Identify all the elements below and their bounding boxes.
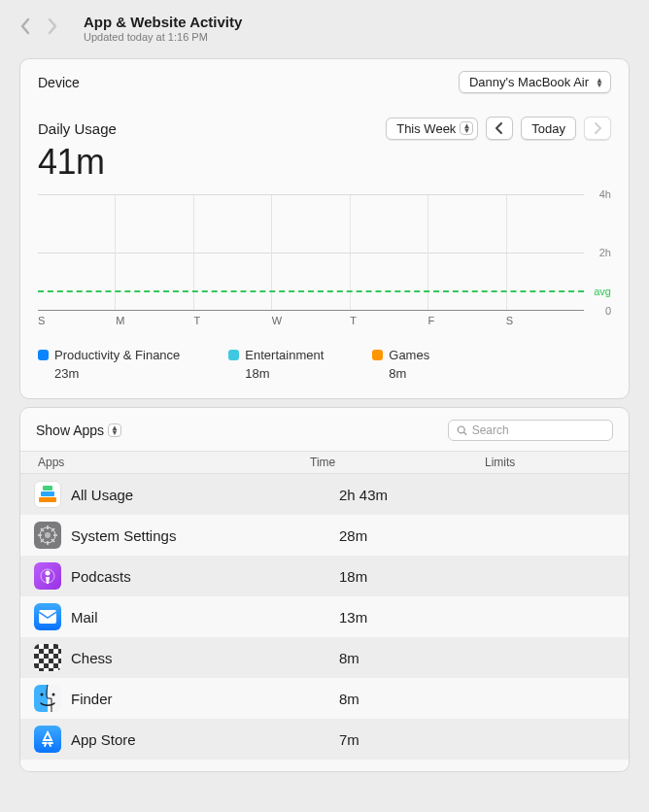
apps-list: All Usage 2h 43m System Settings 28m Pod… bbox=[20, 474, 629, 771]
svg-point-16 bbox=[41, 694, 44, 696]
settings-icon bbox=[34, 522, 61, 549]
app-row[interactable]: App Store 7m bbox=[20, 719, 629, 760]
legend-item: Productivity & Finance 23m bbox=[38, 348, 180, 381]
app-row[interactable]: Podcasts 18m bbox=[20, 556, 629, 596]
app-time: 8m bbox=[339, 691, 514, 707]
app-row[interactable]: Chess 8m bbox=[20, 637, 629, 678]
app-name: Podcasts bbox=[71, 568, 339, 585]
device-select[interactable]: Danny's MacBook Air ▲▼ bbox=[459, 71, 611, 93]
period-selected-value: This Week bbox=[396, 121, 456, 136]
forward-button[interactable] bbox=[47, 17, 58, 39]
legend-label: Games bbox=[389, 348, 429, 362]
chart-day-column bbox=[115, 195, 192, 310]
x-axis-label: T bbox=[194, 315, 272, 326]
app-time: 28m bbox=[339, 527, 514, 544]
podcasts-icon bbox=[34, 562, 61, 590]
apps-table-header: Apps Time Limits bbox=[20, 451, 629, 474]
column-header-apps[interactable]: Apps bbox=[38, 456, 310, 469]
legend-item: Games 8m bbox=[372, 348, 429, 381]
svg-point-13 bbox=[46, 571, 51, 576]
chart-day-column bbox=[350, 195, 427, 310]
app-time: 18m bbox=[339, 568, 514, 585]
page-subtitle: Updated today at 1:16 PM bbox=[84, 31, 630, 43]
chart-x-axis: SMTWTFS bbox=[38, 315, 611, 326]
apps-panel: Show Apps ▲▼ Apps Time Limits All Usage … bbox=[19, 407, 630, 772]
prev-period-button[interactable] bbox=[486, 117, 513, 140]
avg-label: avg bbox=[594, 286, 611, 297]
x-axis-label: W bbox=[272, 315, 350, 326]
x-axis-label: T bbox=[350, 315, 427, 326]
svg-rect-2 bbox=[43, 486, 52, 491]
chart-day-column bbox=[193, 195, 271, 310]
app-time: 13m bbox=[339, 609, 514, 626]
legend-swatch bbox=[228, 350, 239, 360]
svg-rect-0 bbox=[39, 497, 56, 502]
column-header-limits[interactable]: Limits bbox=[485, 456, 611, 469]
legend-swatch bbox=[38, 350, 49, 360]
page-title: App & Website Activity bbox=[84, 14, 630, 30]
search-input-wrapper[interactable] bbox=[448, 420, 613, 441]
x-axis-label: S bbox=[38, 315, 116, 326]
column-header-time[interactable]: Time bbox=[310, 456, 485, 469]
y-axis-label: 4h bbox=[599, 188, 611, 200]
svg-point-4 bbox=[45, 532, 51, 538]
chevron-updown-icon: ▲▼ bbox=[108, 423, 121, 437]
app-time: 7m bbox=[339, 731, 514, 748]
mail-icon bbox=[34, 603, 61, 630]
daily-usage-label: Daily Usage bbox=[38, 120, 117, 137]
period-select[interactable]: This Week ▲▼ bbox=[386, 118, 478, 140]
search-input[interactable] bbox=[472, 423, 604, 437]
today-button-label: Today bbox=[531, 121, 565, 136]
app-row[interactable]: Mail 13m bbox=[20, 596, 629, 637]
app-row[interactable]: System Settings 28m bbox=[20, 515, 629, 556]
svg-rect-1 bbox=[41, 491, 54, 496]
back-button[interactable] bbox=[19, 17, 31, 39]
legend-time: 18m bbox=[245, 366, 324, 381]
y-axis-label: 2h bbox=[599, 247, 611, 258]
chart-legend: Productivity & Finance 23m Entertainment… bbox=[38, 348, 611, 381]
chart-day-column bbox=[427, 195, 505, 310]
app-name: Finder bbox=[71, 691, 339, 707]
svg-point-17 bbox=[52, 694, 55, 696]
apps-filter-label: Show Apps bbox=[36, 423, 104, 438]
app-name: Mail bbox=[71, 609, 339, 626]
x-axis-label: M bbox=[116, 315, 193, 326]
app-name: System Settings bbox=[71, 527, 339, 544]
app-time: 2h 43m bbox=[339, 487, 514, 503]
all-usage-icon bbox=[34, 481, 61, 508]
finder-icon bbox=[34, 685, 61, 712]
header: App & Website Activity Updated today at … bbox=[0, 0, 649, 51]
y-axis-label: 0 bbox=[605, 305, 611, 317]
chess-icon bbox=[34, 644, 61, 671]
x-axis-label: S bbox=[506, 315, 584, 326]
app-name: All Usage bbox=[71, 487, 339, 503]
x-axis-label: F bbox=[427, 315, 505, 326]
legend-item: Entertainment 18m bbox=[228, 348, 324, 381]
app-row[interactable]: All Usage 2h 43m bbox=[20, 474, 629, 515]
search-icon bbox=[457, 424, 468, 437]
device-selected-value: Danny's MacBook Air bbox=[469, 75, 589, 89]
chevron-updown-icon: ▲▼ bbox=[593, 76, 606, 89]
apps-filter-select[interactable]: Show Apps ▲▼ bbox=[36, 423, 121, 438]
svg-rect-15 bbox=[39, 610, 56, 624]
usage-panel: Device Danny's MacBook Air ▲▼ Daily Usag… bbox=[19, 58, 630, 399]
total-usage-value: 41m bbox=[38, 142, 611, 183]
app-name: Chess bbox=[71, 650, 339, 666]
chart-day-column bbox=[506, 195, 584, 310]
chevron-updown-icon: ▲▼ bbox=[460, 121, 473, 135]
legend-swatch bbox=[372, 350, 383, 360]
appstore-icon bbox=[34, 726, 61, 753]
app-time: 8m bbox=[339, 650, 514, 666]
legend-label: Productivity & Finance bbox=[54, 348, 180, 362]
usage-chart: 4h2h0avg bbox=[38, 194, 611, 311]
app-name: App Store bbox=[71, 731, 339, 748]
chart-day-column bbox=[271, 195, 349, 310]
app-row-partial bbox=[20, 760, 629, 771]
device-label: Device bbox=[38, 75, 80, 90]
today-button[interactable]: Today bbox=[521, 117, 576, 140]
app-row[interactable]: Finder 8m bbox=[20, 678, 629, 719]
legend-label: Entertainment bbox=[245, 348, 324, 362]
next-period-button[interactable] bbox=[584, 117, 611, 140]
chart-day-column bbox=[38, 195, 115, 310]
legend-time: 8m bbox=[389, 366, 429, 381]
